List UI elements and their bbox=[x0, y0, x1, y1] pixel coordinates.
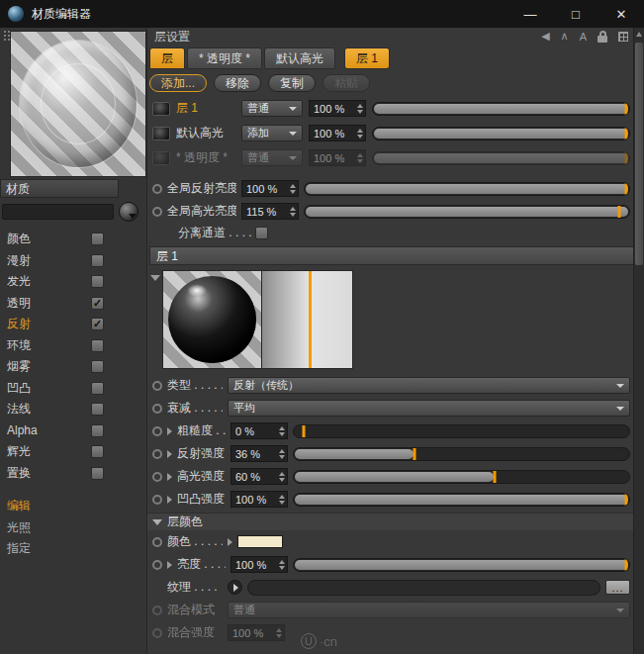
close-button[interactable]: ✕ bbox=[598, 0, 644, 28]
opacity-spinner[interactable]: 100 % bbox=[309, 125, 366, 141]
reflection-strength-slider[interactable] bbox=[293, 447, 630, 461]
minimize-button[interactable]: — bbox=[507, 0, 553, 28]
scrollbar[interactable] bbox=[633, 28, 644, 654]
layer-thumbnail-icon[interactable] bbox=[152, 127, 170, 140]
layer-thumbnail-icon[interactable] bbox=[152, 102, 170, 116]
channel-item-fog[interactable]: 烟雾 bbox=[0, 356, 146, 378]
expand-arrow-icon[interactable] bbox=[167, 561, 172, 569]
material-preview[interactable] bbox=[10, 31, 146, 177]
falloff-gradient-preview[interactable] bbox=[262, 270, 353, 369]
paste-button[interactable]: 粘贴 bbox=[322, 74, 370, 92]
channel-checkbox[interactable] bbox=[91, 424, 104, 437]
channel-checkbox[interactable] bbox=[91, 360, 104, 373]
specular-strength-spinner[interactable]: 60 % bbox=[230, 468, 288, 485]
material-name-input[interactable] bbox=[2, 204, 114, 220]
value-spinner[interactable]: 115 % bbox=[241, 203, 299, 220]
expand-arrow-icon[interactable] bbox=[167, 427, 172, 435]
keyframe-circle-icon[interactable] bbox=[152, 495, 162, 505]
copy-button[interactable]: 复制 bbox=[268, 74, 316, 92]
keyframe-circle-icon[interactable] bbox=[152, 472, 162, 482]
spinner-arrows-icon[interactable] bbox=[355, 104, 365, 114]
value-slider[interactable] bbox=[304, 182, 630, 196]
opacity-spinner[interactable]: 100 % bbox=[309, 100, 366, 117]
roughness-spinner[interactable]: 0 % bbox=[230, 422, 288, 439]
channel-checkbox[interactable] bbox=[91, 445, 104, 458]
channel-item-glow[interactable]: 辉光 bbox=[0, 441, 146, 463]
spinner-arrows-icon[interactable] bbox=[355, 153, 365, 163]
channel-checkbox[interactable] bbox=[91, 339, 104, 352]
bump-strength-slider[interactable] bbox=[293, 493, 630, 507]
page-item-illumination[interactable]: 光照 bbox=[0, 517, 146, 539]
page-item-editor[interactable]: 编辑 bbox=[0, 496, 146, 517]
channel-item-normal[interactable]: 法线 bbox=[0, 399, 146, 420]
page-item-assign[interactable]: 指定 bbox=[0, 538, 146, 560]
reflection-strength-spinner[interactable]: 36 % bbox=[230, 445, 288, 462]
layer-thumbnail-icon[interactable] bbox=[152, 151, 170, 165]
specular-strength-slider[interactable] bbox=[293, 470, 630, 484]
expand-arrow-icon[interactable] bbox=[167, 496, 172, 504]
channel-checkbox[interactable] bbox=[91, 233, 104, 245]
opacity-slider[interactable] bbox=[372, 102, 630, 116]
channel-item-reflectance[interactable]: 反射 ✓ bbox=[0, 314, 146, 335]
expand-arrow-icon[interactable] bbox=[167, 450, 172, 458]
channel-item-alpha[interactable]: Alpha bbox=[0, 420, 146, 442]
channel-checkbox[interactable] bbox=[91, 275, 104, 288]
channel-checkbox[interactable] bbox=[91, 403, 104, 416]
texture-browse-button[interactable]: ... bbox=[605, 580, 630, 595]
opacity-slider[interactable] bbox=[372, 127, 630, 140]
tab-layer[interactable]: 层 bbox=[149, 47, 185, 69]
channel-item-displacement[interactable]: 置换 bbox=[0, 463, 146, 485]
keyframe-circle-icon[interactable] bbox=[152, 426, 162, 436]
channel-item-bump[interactable]: 凹凸 bbox=[0, 378, 146, 400]
spinner-arrows-icon[interactable] bbox=[288, 184, 298, 194]
spinner-arrows-icon[interactable] bbox=[274, 628, 284, 638]
letter-a-icon[interactable]: A bbox=[580, 31, 587, 43]
spinner-arrows-icon[interactable] bbox=[277, 495, 287, 505]
bump-strength-spinner[interactable]: 100 % bbox=[230, 491, 288, 508]
channel-checkbox[interactable]: ✓ bbox=[91, 297, 104, 310]
type-dropdown[interactable]: 反射（传统） bbox=[228, 377, 630, 394]
blend-mode-dropdown[interactable]: 普通 bbox=[241, 100, 303, 117]
spinner-arrows-icon[interactable] bbox=[277, 426, 287, 436]
value-slider[interactable] bbox=[304, 205, 630, 219]
attenuation-dropdown[interactable]: 平均 bbox=[228, 400, 630, 417]
tab-layer-1[interactable]: 层 1 bbox=[344, 47, 390, 69]
keyframe-circle-icon[interactable] bbox=[152, 207, 162, 217]
spinner-arrows-icon[interactable] bbox=[277, 560, 287, 570]
channel-item-environment[interactable]: 环境 bbox=[0, 335, 146, 357]
spinner-arrows-icon[interactable] bbox=[277, 472, 287, 482]
scroll-up-icon[interactable] bbox=[634, 28, 644, 40]
spinner-arrows-icon[interactable] bbox=[288, 207, 298, 217]
value-spinner[interactable]: 100 % bbox=[241, 180, 299, 197]
blend-mode-dropdown[interactable]: 添加 bbox=[241, 125, 303, 141]
spinner-arrows-icon[interactable] bbox=[355, 129, 365, 139]
mix-mode-dropdown[interactable]: 普通 bbox=[228, 602, 630, 618]
tab-default-specular[interactable]: 默认高光 bbox=[264, 47, 335, 69]
channel-checkbox[interactable] bbox=[91, 382, 104, 395]
keyframe-circle-icon[interactable] bbox=[152, 404, 162, 414]
mix-strength-spinner[interactable]: 100 % bbox=[228, 624, 285, 641]
layer-color-section-header[interactable]: 层颜色 bbox=[147, 513, 644, 530]
channel-item-transparency[interactable]: 透明 ✓ bbox=[0, 293, 146, 315]
separate-channels-checkbox[interactable] bbox=[255, 227, 268, 239]
lock-icon[interactable] bbox=[598, 31, 607, 43]
keyframe-circle-icon[interactable] bbox=[152, 628, 162, 638]
maximize-button[interactable]: □ bbox=[553, 0, 598, 28]
channel-checkbox[interactable] bbox=[91, 467, 104, 480]
layer-1-section-header[interactable]: 层 1 bbox=[149, 246, 642, 265]
caret-icon[interactable]: ∧ bbox=[561, 30, 569, 43]
keyframe-circle-icon[interactable] bbox=[152, 560, 162, 570]
remove-button[interactable]: 移除 bbox=[214, 74, 261, 92]
scrollbar-thumb[interactable] bbox=[635, 43, 643, 265]
channel-item-color[interactable]: 颜色 bbox=[0, 229, 146, 250]
keyframe-circle-icon[interactable] bbox=[152, 184, 162, 194]
opacity-slider[interactable] bbox=[372, 151, 630, 165]
add-button[interactable]: 添加... bbox=[149, 74, 207, 92]
blend-mode-dropdown[interactable]: 普通 bbox=[241, 149, 303, 166]
layer-preview-sphere[interactable] bbox=[162, 270, 262, 369]
roughness-slider[interactable] bbox=[293, 424, 630, 438]
texture-play-button[interactable] bbox=[228, 580, 242, 595]
expand-arrow-icon[interactable] bbox=[228, 538, 232, 546]
spinner-arrows-icon[interactable] bbox=[277, 449, 287, 459]
color-swatch[interactable] bbox=[237, 535, 283, 548]
